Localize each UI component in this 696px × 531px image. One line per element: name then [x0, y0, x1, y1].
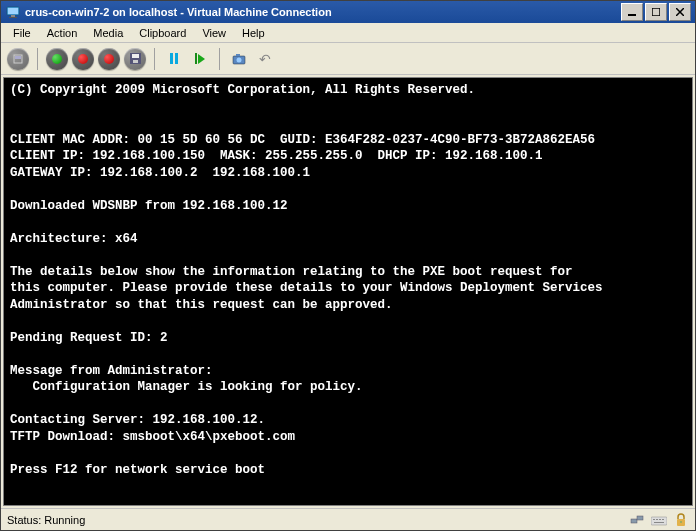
reset-icon	[195, 53, 205, 64]
svg-rect-7	[15, 56, 21, 59]
turnoff-button[interactable]	[72, 48, 94, 70]
svg-rect-15	[637, 516, 643, 520]
start-button[interactable]	[46, 48, 68, 70]
svg-rect-17	[653, 519, 655, 520]
menu-action[interactable]: Action	[39, 25, 86, 41]
svg-rect-10	[133, 60, 138, 63]
toolbar-separator	[154, 48, 155, 70]
menu-file[interactable]: File	[5, 25, 39, 41]
menu-help[interactable]: Help	[234, 25, 273, 41]
vmc-window: crus-con-win7-2 on localhost - Virtual M…	[0, 0, 696, 531]
svg-rect-19	[659, 519, 661, 520]
close-button[interactable]	[669, 3, 691, 21]
snapshot-button[interactable]	[228, 48, 250, 70]
svg-rect-5	[652, 8, 660, 16]
keyboard-icon	[651, 512, 667, 528]
vm-console[interactable]: (C) Copyright 2009 Microsoft Corporation…	[3, 77, 693, 506]
svg-point-12	[237, 57, 242, 62]
pause-button[interactable]	[163, 48, 185, 70]
app-icon	[5, 4, 21, 20]
svg-rect-14	[631, 519, 637, 523]
menu-media[interactable]: Media	[85, 25, 131, 41]
svg-rect-1	[8, 8, 18, 14]
svg-rect-2	[11, 15, 15, 17]
svg-rect-3	[9, 17, 17, 18]
revert-icon: ↶	[259, 51, 271, 67]
toolbar-separator	[219, 48, 220, 70]
titlebar-text: crus-con-win7-2 on localhost - Virtual M…	[25, 6, 617, 18]
shutdown-button[interactable]	[98, 48, 120, 70]
pause-icon	[170, 53, 178, 64]
statusbar: Status: Running	[1, 508, 695, 530]
network-icon	[629, 512, 645, 528]
minimize-button[interactable]	[621, 3, 643, 21]
lock-icon	[673, 512, 689, 528]
camera-icon	[232, 53, 246, 65]
reset-button[interactable]	[189, 48, 211, 70]
svg-rect-9	[132, 54, 139, 58]
svg-rect-20	[662, 519, 664, 520]
toolbar: ↶	[1, 43, 695, 75]
svg-rect-4	[628, 14, 636, 16]
toolbar-separator	[37, 48, 38, 70]
svg-rect-13	[236, 54, 240, 56]
menu-view[interactable]: View	[194, 25, 234, 41]
menu-clipboard[interactable]: Clipboard	[131, 25, 194, 41]
titlebar[interactable]: crus-con-win7-2 on localhost - Virtual M…	[1, 1, 695, 23]
ctrl-alt-del-button[interactable]	[7, 48, 29, 70]
menubar: File Action Media Clipboard View Help	[1, 23, 695, 43]
status-text: Status: Running	[7, 514, 85, 526]
svg-rect-16	[651, 517, 667, 525]
svg-point-23	[680, 521, 682, 523]
svg-rect-21	[654, 522, 664, 523]
revert-button[interactable]: ↶	[254, 48, 276, 70]
save-button[interactable]	[124, 48, 146, 70]
svg-rect-18	[656, 519, 658, 520]
maximize-button[interactable]	[645, 3, 667, 21]
